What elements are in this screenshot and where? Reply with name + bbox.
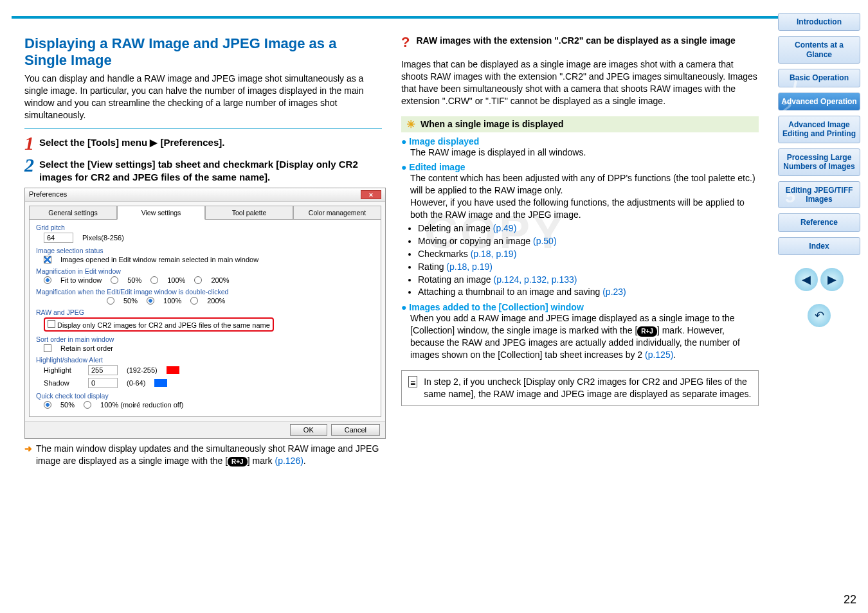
qa-body: Images that can be displayed as a single…	[401, 58, 759, 107]
list-item: Checkmarks (p.18, p.19)	[418, 248, 759, 260]
nav-basic[interactable]: 1Basic Operation	[778, 69, 860, 87]
preferences-dialog: Preferences × General settings View sett…	[24, 188, 386, 439]
tab-view-settings[interactable]: View settings	[117, 206, 205, 220]
page-link[interactable]: (p.49)	[493, 223, 517, 233]
ok-button[interactable]: OK	[290, 424, 327, 436]
top-rule	[12, 16, 856, 19]
nav-advanced-op[interactable]: 2Advanced Operation	[778, 93, 860, 111]
page-link[interactable]: (p.18, p.19)	[446, 262, 493, 272]
step-number-1: 1	[24, 134, 34, 153]
rj-mark-icon: R+J	[228, 457, 248, 467]
hl-sh-swatch[interactable]	[154, 379, 167, 387]
mag-dbl-opt0: 50%	[123, 297, 138, 305]
mag-edit-opt3: 200%	[211, 276, 229, 284]
mag-dbl-opt1: 100%	[163, 297, 181, 305]
page-link[interactable]: (p.18, p.19)	[471, 249, 517, 259]
separator	[24, 128, 382, 129]
step2-text: Select the [View settings] tab sheet and…	[39, 155, 382, 184]
grid-pitch-hint: Pixels(8-256)	[82, 234, 124, 242]
nav-introduction[interactable]: Introduction	[778, 13, 860, 31]
mag-edit-opt2: 100%	[167, 276, 185, 284]
rawjpeg-label: RAW and JPEG	[36, 308, 374, 316]
page-link[interactable]: (p.23)	[602, 287, 626, 297]
hl-hi-swatch[interactable]	[167, 366, 179, 374]
nav-contents[interactable]: Contents at a Glance	[778, 36, 860, 64]
quick-50[interactable]	[44, 401, 51, 409]
mag-dbl-200[interactable]	[190, 297, 198, 305]
edited-image-h: ● Edited image	[401, 162, 759, 172]
bulb-icon: ☀	[406, 118, 415, 130]
step1-text: Select the [Tools] menu ▶ [Preferences].	[39, 134, 224, 153]
p125-link[interactable]: (p.125)	[645, 350, 673, 360]
next-page-button[interactable]: ▶	[820, 268, 844, 291]
nav-adv-editing[interactable]: 3Advanced Image Editing and Printing	[778, 116, 860, 143]
image-displayed-body: The RAW image is displayed in all window…	[410, 147, 759, 159]
back-button[interactable]: ↶	[808, 304, 831, 327]
result-text: The main window display updates and the …	[36, 443, 382, 467]
hl-hi-input[interactable]: 255	[88, 365, 118, 375]
sort-label: Sort order in main window	[36, 335, 374, 343]
tab-tool-palette[interactable]: Tool palette	[205, 206, 293, 220]
note-icon: ≡	[408, 376, 417, 387]
mag-dbl-opt2: 200%	[207, 297, 225, 305]
arrow-icon: ➜	[24, 443, 32, 467]
page-link[interactable]: (p.124, p.132, p.133)	[494, 274, 577, 285]
nav-index[interactable]: Index	[778, 237, 860, 255]
close-icon[interactable]: ×	[361, 190, 381, 199]
question-icon: ?	[401, 35, 410, 49]
nav-reference[interactable]: Reference	[778, 213, 860, 231]
tip-heading: When a single image is displayed	[420, 119, 564, 129]
edited-image-body: The content which has been adjusted with…	[410, 172, 759, 221]
quick-label: Quick check tool display	[36, 392, 374, 400]
mag-edit-100[interactable]	[150, 276, 158, 284]
sidebar-nav: Introduction Contents at a Glance 1Basic…	[778, 13, 860, 327]
mag-edit-opt1: 50%	[127, 276, 141, 284]
mag-dbl-100[interactable]	[147, 297, 154, 305]
sel-status-checkbox[interactable]	[44, 256, 51, 263]
tab-general[interactable]: General settings	[29, 206, 117, 220]
mag-edit-50[interactable]	[111, 276, 118, 284]
p126-link[interactable]: (p.126)	[275, 456, 303, 466]
mag-edit-fit[interactable]	[44, 276, 51, 284]
dialog-title: Preferences	[29, 190, 67, 199]
sort-text: Retain sort order	[60, 344, 113, 352]
sort-checkbox[interactable]	[44, 344, 51, 352]
function-list: Deleting an image (p.49)Moving or copyin…	[410, 222, 759, 298]
nav-processing[interactable]: 4Processing Large Numbers of Images	[778, 148, 860, 176]
collection-body: When you add a RAW image and JPEG image …	[410, 312, 759, 361]
page-number: 22	[844, 593, 856, 607]
grid-pitch-input[interactable]: 64	[44, 233, 73, 243]
rawjpeg-checkbox[interactable]	[48, 320, 55, 328]
note-body: In step 2, if you uncheck [Display only …	[424, 376, 752, 400]
cancel-button[interactable]: Cancel	[331, 424, 380, 436]
rawjpeg-text: Display only CR2 images for CR2 and JPEG…	[57, 321, 270, 329]
prev-page-button[interactable]: ◀	[795, 268, 818, 291]
list-item: Rating (p.18, p.19)	[418, 261, 759, 273]
mag-edit-label: Magnification in Edit window	[36, 267, 374, 275]
quick-100[interactable]	[84, 401, 91, 409]
mag-dbl-50[interactable]	[107, 297, 114, 305]
list-item: Moving or copying an image (p.50)	[418, 235, 759, 247]
tab-color-mgmt[interactable]: Color management	[293, 206, 381, 220]
nav-editing-jpeg[interactable]: 5Editing JPEG/TIFF Images	[778, 181, 860, 209]
quick-opt1: 50%	[60, 401, 75, 409]
hl-label: Highlight/shadow Alert	[36, 356, 374, 364]
collection-h: ● Images added to the [Collection] windo…	[401, 302, 759, 312]
mag-edit-200[interactable]	[194, 276, 202, 284]
page-title: Displaying a RAW Image and JPEG Image as…	[24, 35, 382, 69]
qa-heading: RAW images with the extension ".CR2" can…	[416, 35, 735, 49]
step-number-2: 2	[24, 155, 34, 184]
lead-text: You can display and handle a RAW image a…	[24, 73, 382, 121]
quick-opt2: 100% (moiré reduction off)	[100, 401, 183, 409]
hl-sh-range: (0-64)	[127, 379, 145, 387]
hl-hi-label: Highlight	[44, 366, 79, 374]
page-link[interactable]: (p.50)	[533, 236, 557, 246]
sel-status-text: Images opened in Edit window remain sele…	[60, 256, 258, 263]
rj-mark-icon: R+J	[637, 326, 657, 337]
list-item: Rotating an image (p.124, p.132, p.133)	[418, 274, 759, 286]
mag-edit-opt0: Fit to window	[60, 276, 102, 284]
list-item: Deleting an image (p.49)	[418, 222, 759, 235]
sel-status-label: Image selection status	[36, 247, 374, 254]
hl-sh-input[interactable]: 0	[88, 378, 118, 388]
hl-sh-label: Shadow	[44, 379, 79, 387]
